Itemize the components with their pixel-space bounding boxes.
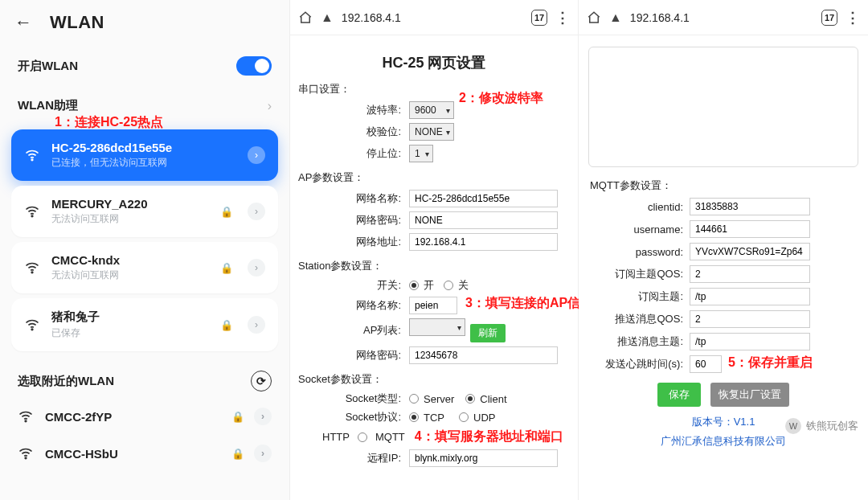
refresh-icon[interactable]: ⟳ (251, 371, 272, 391)
baud-label: 波特率: (297, 103, 409, 117)
chevron-right-icon: › (254, 408, 272, 425)
stop-label: 停止位: (297, 146, 409, 161)
remote-ip-label: 远程IP: (297, 451, 409, 465)
nearby-wifi-row[interactable]: CMCC-2fYP 🔒› (0, 398, 289, 435)
config-page-title: HC-25 网页设置 (297, 53, 571, 72)
wifi-icon (24, 317, 40, 333)
ap-section: AP参数设置： (298, 170, 571, 185)
heartbeat-label: 发送心跳时间(s): (585, 357, 690, 371)
sock-proto-label: Socket协议: (297, 410, 409, 424)
menu-icon[interactable]: ⋮ (555, 9, 570, 27)
chevron-right-icon[interactable]: › (248, 203, 265, 220)
parity-label: 校验位: (297, 125, 409, 139)
wifi-connected-card[interactable]: HC-25-286dcd15e55e 已连接，但无法访问互联网 › (11, 129, 278, 181)
company-link[interactable]: 广州汇承信息科技有限公司 (585, 434, 862, 449)
password-input[interactable] (690, 243, 810, 260)
menu-icon[interactable]: ⋮ (845, 9, 860, 27)
nearby-wifi-row[interactable]: CMCC-HSbU 🔒› (0, 435, 289, 472)
annotation-5: 5：保存并重启 (728, 355, 813, 371)
lock-icon: 🔒 (220, 206, 233, 218)
chevron-right-icon[interactable]: › (248, 259, 265, 277)
refresh-button[interactable]: 刷新 (470, 324, 506, 342)
ssid: CMCC-kndx (51, 253, 209, 267)
ap-list-label: AP列表: (297, 323, 409, 338)
nearby-ssid: CMCC-HSbU (45, 447, 118, 461)
switch-on-radio[interactable] (409, 281, 419, 290)
svg-point-2 (31, 272, 33, 273)
pubqos-input[interactable] (690, 310, 810, 328)
ssid: 猪和兔子 (51, 309, 209, 325)
clientid-label: clientid: (585, 201, 690, 213)
ap-name-input[interactable] (409, 190, 558, 207)
home-icon[interactable] (298, 10, 313, 25)
lock-icon: 🔒 (220, 262, 233, 274)
url-bar[interactable]: 192.168.4.1 (630, 11, 813, 24)
page-title: WLAN (50, 12, 104, 33)
ssid-sub: 已保存 (51, 326, 209, 340)
connected-ssid: HC-25-286dcd15e55e (51, 141, 236, 154)
tab-count[interactable]: 17 (821, 10, 837, 26)
udp-radio[interactable] (459, 412, 469, 422)
sta-name-input[interactable] (409, 297, 457, 314)
svg-point-4 (25, 420, 27, 422)
station-section: Station参数设置： (298, 259, 571, 273)
svg-point-0 (31, 159, 33, 161)
back-icon[interactable]: ← (14, 12, 32, 33)
wlan-assistant-row[interactable]: WLAN助理 › (0, 87, 289, 125)
detail-arrow-icon[interactable]: › (248, 146, 265, 164)
wifi-icon (24, 260, 40, 276)
heartbeat-input[interactable] (690, 355, 722, 373)
sock-client-radio[interactable] (465, 394, 475, 404)
wifi-icon (24, 203, 40, 219)
stop-select[interactable]: 1 (409, 145, 433, 162)
ssid-sub: 无法访问互联网 (51, 268, 209, 282)
svg-point-5 (25, 457, 27, 459)
remote-ip-input[interactable] (409, 449, 558, 467)
sock-type-label: Socket类型: (297, 391, 409, 406)
baud-select[interactable]: 9600 (409, 101, 454, 119)
wifi-card[interactable]: 猪和兔子 已保存 🔒 › (11, 298, 278, 351)
subqos-input[interactable] (690, 265, 810, 283)
subtopic-label: 订阅主题: (585, 289, 690, 304)
annotation-3: 3：填写连接的AP信息 (465, 295, 593, 312)
password-label: password: (585, 246, 690, 258)
tab-count[interactable]: 17 (531, 10, 547, 26)
mqtt-section: MQTT参数设置： (590, 178, 862, 193)
subqos-label: 订阅主题QOS: (585, 267, 690, 281)
watermark: W 铁熊玩创客 (785, 418, 858, 434)
home-icon[interactable] (587, 10, 601, 25)
username-label: username: (585, 223, 690, 236)
lock-icon: 🔒 (231, 448, 244, 460)
chevron-right-icon[interactable]: › (248, 316, 265, 334)
switch-off-radio[interactable] (444, 281, 453, 290)
wifi-card[interactable]: CMCC-kndx 无法访问互联网 🔒 › (11, 242, 278, 293)
url-bar[interactable]: 192.168.4.1 (342, 11, 523, 24)
sta-pw-input[interactable] (409, 346, 558, 364)
subtopic-input[interactable] (690, 288, 810, 305)
nearby-section-label: 选取附近的WLAN (18, 374, 114, 389)
factory-reset-button[interactable]: 恢复出厂设置 (710, 383, 789, 407)
svg-point-3 (31, 329, 33, 330)
parity-select[interactable]: NONE (409, 123, 454, 141)
chevron-right-icon: › (254, 445, 272, 462)
wlan-toggle[interactable] (236, 56, 272, 76)
pubqos-label: 推送消息QOS: (585, 312, 690, 326)
pubtopic-input[interactable] (690, 333, 810, 350)
chevron-right-icon: › (268, 99, 272, 113)
tcp-radio[interactable] (409, 412, 419, 422)
socket-section: Socket参数设置： (298, 372, 571, 387)
username-input[interactable] (690, 220, 810, 238)
ssid: MERCURY_A220 (51, 197, 209, 211)
ap-addr-input[interactable] (409, 233, 558, 251)
http-radio[interactable] (358, 432, 367, 442)
wlan-assistant-label: WLAN助理 (18, 98, 78, 113)
sta-name-label: 网络名称: (297, 298, 409, 313)
watermark-text: 铁熊玩创客 (806, 419, 858, 433)
clientid-input[interactable] (690, 198, 810, 215)
lock-icon: 🔒 (231, 411, 244, 423)
sock-server-radio[interactable] (409, 394, 419, 404)
ap-pw-input[interactable] (409, 211, 558, 229)
wifi-card[interactable]: MERCURY_A220 无法访问互联网 🔒 › (11, 186, 278, 237)
save-button[interactable]: 保存 (657, 383, 701, 407)
ap-list-select[interactable] (409, 318, 465, 336)
